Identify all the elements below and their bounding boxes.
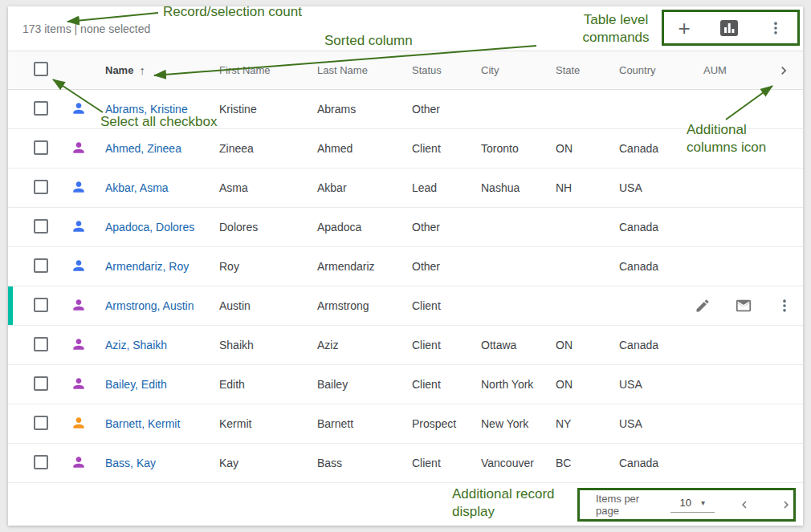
email-envelope-icon[interactable] bbox=[735, 297, 752, 315]
column-header-aum[interactable]: AUM bbox=[696, 64, 772, 76]
active-row-accent bbox=[8, 286, 13, 325]
column-header-city[interactable]: City bbox=[474, 64, 548, 76]
cell-last-name: Aziz bbox=[310, 339, 405, 351]
table-row[interactable]: Armstrong, Austin Austin Armstrong Clien… bbox=[8, 286, 803, 326]
cell-status: Lead bbox=[405, 181, 474, 194]
cell-first-name: Kermit bbox=[212, 417, 310, 430]
cell-city: Vancouver bbox=[474, 457, 548, 469]
cell-state: NY bbox=[548, 417, 612, 430]
cell-city: Ottawa bbox=[474, 339, 548, 351]
table-row[interactable]: Bailey, Edith Edith Bailey Client North … bbox=[8, 365, 803, 404]
cell-country: USA bbox=[612, 378, 696, 391]
sort-ascending-icon: ↑ bbox=[139, 63, 145, 77]
cell-first-name: Roy bbox=[212, 260, 310, 273]
annotation-additional-columns: Additional columns icon bbox=[687, 121, 766, 156]
cell-state: NH bbox=[548, 181, 612, 194]
column-header-country[interactable]: Country bbox=[612, 64, 696, 76]
contact-name-link[interactable]: Barnett, Kermit bbox=[105, 417, 180, 430]
row-checkbox[interactable] bbox=[34, 455, 48, 469]
cell-country: Canada bbox=[612, 221, 696, 234]
annotation-additional-record: Additional record display bbox=[452, 485, 555, 521]
person-avatar-icon bbox=[71, 336, 87, 352]
cell-first-name: Asma bbox=[212, 181, 310, 194]
cell-country: Canada bbox=[612, 339, 696, 351]
cell-last-name: Barnett bbox=[310, 417, 405, 430]
contact-name-link[interactable]: Bailey, Edith bbox=[105, 378, 167, 391]
cell-status: Prospect bbox=[405, 417, 474, 430]
cell-country: Canada bbox=[612, 457, 696, 469]
row-checkbox[interactable] bbox=[34, 376, 48, 391]
row-menu-kebab-icon[interactable] bbox=[776, 298, 793, 314]
table-row[interactable]: Apadoca, Dolores Dolores Apadoca Other C… bbox=[8, 208, 803, 247]
pagination-controls: Items per page 10 ▾ bbox=[577, 488, 796, 522]
cell-city: Toronto bbox=[474, 142, 548, 155]
contact-name-link[interactable]: Akbar, Asma bbox=[105, 181, 169, 194]
additional-columns-icon[interactable] bbox=[772, 63, 803, 79]
select-all-checkbox[interactable] bbox=[34, 62, 48, 76]
contact-name-link[interactable]: Bass, Kay bbox=[105, 457, 156, 469]
table-row[interactable]: Bass, Kay Kay Bass Client Vancouver BC C… bbox=[8, 444, 803, 483]
cell-country: Canada bbox=[612, 260, 696, 273]
row-checkbox[interactable] bbox=[34, 219, 48, 234]
cell-country: USA bbox=[612, 181, 696, 194]
row-checkbox[interactable] bbox=[34, 337, 48, 351]
table-menu-kebab-icon[interactable] bbox=[768, 20, 784, 36]
contact-name-link[interactable]: Apadoca, Dolores bbox=[105, 221, 194, 234]
add-record-icon[interactable]: + bbox=[678, 20, 690, 36]
row-checkbox[interactable] bbox=[34, 101, 48, 116]
table-row[interactable]: Ahmed, Zineea Zineea Ahmed Client Toront… bbox=[8, 129, 803, 169]
cell-first-name: Zineea bbox=[212, 142, 310, 155]
table-row[interactable]: Armendariz, Roy Roy Armendariz Other Can… bbox=[8, 247, 803, 286]
person-avatar-icon bbox=[71, 100, 87, 116]
table-row[interactable]: Aziz, Shaikh Shaikh Aziz Client Ottawa O… bbox=[8, 326, 803, 365]
cell-last-name: Apadoca bbox=[310, 221, 405, 234]
row-checkbox[interactable] bbox=[34, 298, 48, 312]
contact-name-link[interactable]: Armendariz, Roy bbox=[105, 260, 189, 273]
caret-down-icon: ▾ bbox=[701, 498, 705, 507]
contact-name-link[interactable]: Aziz, Shaikh bbox=[105, 339, 167, 351]
column-header-first-name[interactable]: First Name bbox=[212, 64, 310, 76]
row-checkbox[interactable] bbox=[34, 180, 48, 194]
cell-first-name: Kristine bbox=[212, 103, 310, 116]
contact-name-link[interactable]: Ahmed, Zineea bbox=[105, 142, 181, 155]
previous-page-icon[interactable] bbox=[737, 497, 752, 512]
cell-last-name: Bailey bbox=[310, 378, 405, 391]
table-row[interactable]: Barnett, Kermit Kermit Barnett Prospect … bbox=[8, 404, 803, 444]
row-checkbox[interactable] bbox=[34, 416, 48, 430]
annotation-record-count: Record/selection count bbox=[163, 3, 302, 21]
row-checkbox[interactable] bbox=[34, 258, 48, 273]
page-size-select[interactable]: 10 ▾ bbox=[670, 497, 715, 513]
cell-first-name: Edith bbox=[212, 378, 310, 391]
annotation-sorted-column: Sorted column bbox=[324, 32, 413, 50]
cell-first-name: Kay bbox=[212, 457, 310, 469]
contact-name-link[interactable]: Armstrong, Austin bbox=[105, 299, 194, 312]
column-header-last-name[interactable]: Last Name bbox=[310, 64, 405, 76]
cell-last-name: Akbar bbox=[310, 181, 405, 194]
cell-last-name: Abrams bbox=[310, 103, 405, 116]
row-checkbox[interactable] bbox=[34, 140, 48, 155]
cell-city: Nashua bbox=[474, 181, 548, 194]
person-avatar-icon bbox=[71, 297, 87, 313]
cell-state: ON bbox=[548, 339, 612, 351]
column-header-name[interactable]: Name ↑ bbox=[98, 63, 212, 77]
cell-first-name: Shaikh bbox=[212, 339, 310, 351]
column-header-status[interactable]: Status bbox=[405, 64, 474, 76]
chart-icon[interactable] bbox=[719, 18, 740, 39]
next-page-icon[interactable] bbox=[779, 497, 793, 512]
person-avatar-icon bbox=[71, 258, 87, 274]
cell-city: North York bbox=[474, 378, 548, 391]
cell-status: Client bbox=[405, 457, 474, 469]
items-per-page-label: Items per page bbox=[596, 493, 662, 517]
cell-first-name: Dolores bbox=[212, 221, 310, 234]
cell-last-name: Bass bbox=[310, 457, 405, 469]
row-actions bbox=[695, 286, 793, 325]
annotation-select-all: Select all checkbox bbox=[100, 113, 218, 131]
cell-status: Other bbox=[405, 260, 474, 273]
person-avatar-icon bbox=[71, 454, 87, 470]
table-row[interactable]: Akbar, Asma Asma Akbar Lead Nashua NH US… bbox=[8, 169, 803, 208]
edit-pencil-icon[interactable] bbox=[695, 298, 711, 314]
cell-status: Client bbox=[405, 142, 474, 155]
person-avatar-icon bbox=[71, 218, 87, 234]
cell-last-name: Armendariz bbox=[310, 260, 405, 273]
column-header-state[interactable]: State bbox=[548, 64, 612, 76]
